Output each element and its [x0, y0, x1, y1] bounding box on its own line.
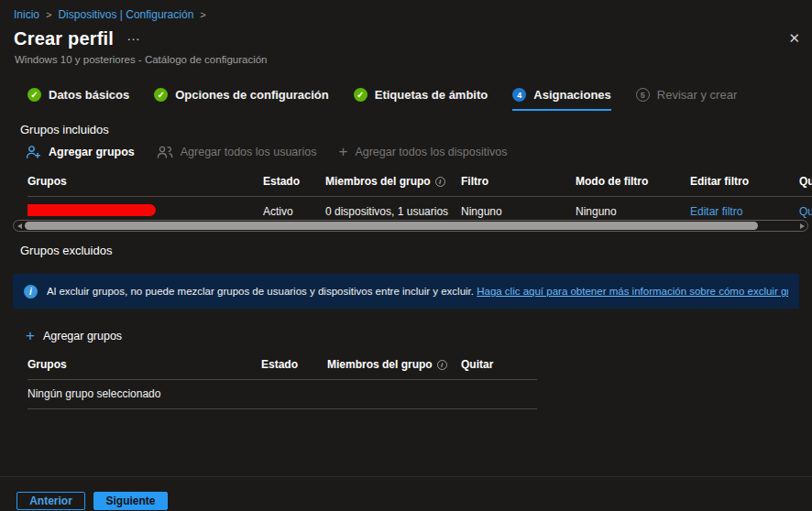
previous-button[interactable]: Anterior [16, 492, 85, 510]
col-quitar: Quitar [799, 175, 812, 188]
more-menu-icon[interactable]: … [126, 27, 141, 43]
check-icon: ✓ [27, 88, 41, 102]
add-groups-button[interactable]: Agregar grupos [26, 145, 135, 159]
info-icon[interactable]: i [437, 360, 447, 370]
excluded-groups-heading: Grupos excluidos [20, 244, 112, 257]
info-icon: i [24, 285, 38, 299]
breadcrumb: Inicio > Dispositivos | Configuración > [14, 8, 206, 21]
redacted-group-name [27, 204, 156, 216]
col-miembros: Miembros del grupo i [327, 358, 461, 371]
col-filtro: Filtro [461, 175, 576, 188]
tab-asignaciones[interactable]: 4 Asignaciones [512, 88, 611, 111]
excluded-table-header: Grupos Estado Miembros del grupo i Quita… [27, 355, 537, 380]
step-number-badge: 5 [636, 88, 650, 102]
scroll-left-icon[interactable] [14, 221, 25, 231]
people-icon [157, 145, 173, 159]
create-profile-page: Inicio > Dispositivos | Configuración > … [0, 0, 812, 511]
group-name-cell[interactable] [27, 204, 263, 219]
person-add-icon [26, 145, 41, 159]
wizard-steps: ✓ Datos básicos ✓ Opciones de configurac… [27, 88, 737, 111]
empty-state-row: Ningún grupo seleccionado [27, 380, 537, 409]
empty-state-text: Ningún grupo seleccionado [27, 387, 537, 400]
editar-filtro-link[interactable]: Editar filtro [690, 205, 799, 218]
col-miembros: Miembros del grupo i [325, 175, 461, 188]
col-grupos: Grupos [27, 175, 263, 188]
breadcrumb-dispositivos-configuracion[interactable]: Dispositivos | Configuración [58, 8, 193, 21]
horizontal-scrollbar[interactable] [13, 220, 808, 232]
step-number-badge: 4 [512, 88, 526, 102]
scroll-right-icon[interactable] [796, 221, 807, 231]
col-quitar: Quitar [461, 358, 537, 371]
col-editar-filtro: Editar filtro [690, 175, 799, 188]
tab-revisar-crear[interactable]: 5 Revisar y crear [636, 88, 737, 109]
filtro-cell: Ninguno [461, 205, 576, 218]
miembros-cell: 0 dispositivos, 1 usuarios [325, 205, 461, 218]
included-table-header: Grupos Estado Miembros del grupo i Filtr… [27, 172, 812, 197]
tab-opciones-configuracion[interactable]: ✓ Opciones de configuración [154, 88, 329, 109]
page-title: Crear perfil [14, 28, 114, 49]
add-all-users-button[interactable]: Agregar todos los usuarios [157, 145, 317, 159]
info-banner: i Al excluir grupos, no puede mezclar gr… [13, 274, 799, 309]
info-icon[interactable]: i [435, 177, 445, 187]
close-icon[interactable]: ✕ [788, 30, 800, 47]
next-button[interactable]: Siguiente [93, 492, 168, 510]
tab-etiquetas-ambito[interactable]: ✓ Etiquetas de ámbito [354, 88, 488, 109]
page-subtitle: Windows 10 y posteriores - Catálogo de c… [15, 54, 268, 65]
estado-cell: Activo [263, 205, 325, 218]
modo-filtro-cell: Ninguno [576, 205, 690, 218]
scrollbar-thumb[interactable] [25, 222, 758, 230]
add-excluded-groups-button[interactable]: + Agregar grupos [26, 330, 122, 342]
plus-icon: + [338, 146, 347, 158]
info-banner-text: Al excluir grupos, no puede mezclar grup… [47, 286, 788, 297]
check-icon: ✓ [154, 88, 168, 102]
included-groups-table: Grupos Estado Miembros del grupo i Filtr… [27, 172, 812, 227]
breadcrumb-inicio[interactable]: Inicio [14, 8, 39, 21]
tab-datos-basicos[interactable]: ✓ Datos básicos [27, 88, 129, 109]
plus-icon: + [26, 330, 35, 342]
included-groups-toolbar: Agregar grupos Agregar todos los usuario… [26, 145, 507, 159]
footer-divider [0, 476, 812, 477]
included-groups-heading: Grupos incluidos [20, 123, 109, 136]
check-icon: ✓ [354, 88, 368, 102]
add-all-devices-button[interactable]: + Agregar todos los dispositivos [338, 146, 507, 158]
more-info-link[interactable]: Haga clic aquí para obtener más informac… [477, 286, 788, 297]
breadcrumb-separator-icon: > [200, 9, 205, 20]
col-grupos: Grupos [27, 358, 261, 371]
quitar-link[interactable]: Quitar [799, 205, 812, 218]
scrollbar-track[interactable] [25, 221, 796, 231]
col-estado: Estado [261, 358, 327, 371]
col-modo-filtro: Modo de filtro [576, 175, 690, 188]
excluded-groups-table: Grupos Estado Miembros del grupo i Quita… [27, 355, 537, 409]
col-estado: Estado [263, 175, 325, 188]
breadcrumb-separator-icon: > [46, 9, 51, 20]
